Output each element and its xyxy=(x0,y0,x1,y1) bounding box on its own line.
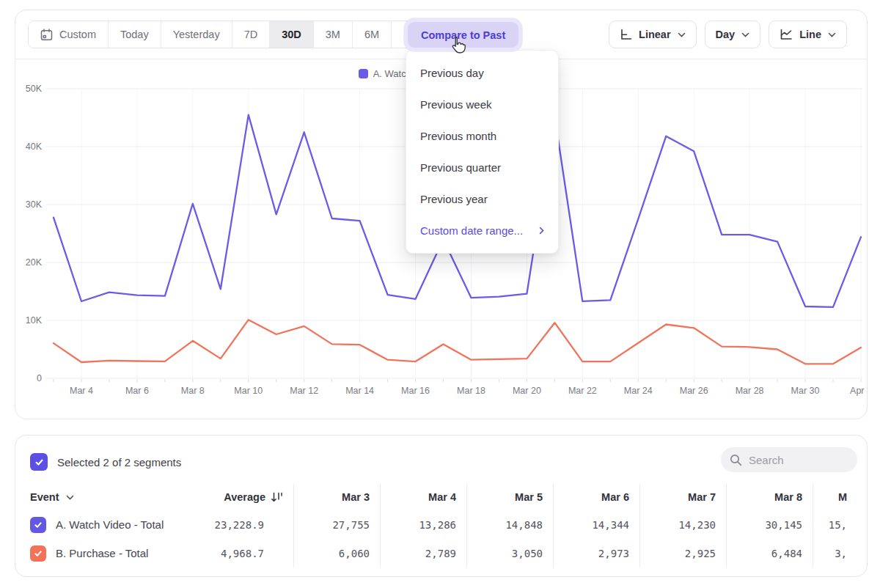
svg-text:0: 0 xyxy=(37,373,42,383)
chevron-down-icon xyxy=(678,32,686,37)
date-column-header: Mar 7 xyxy=(640,484,727,510)
date-range-label: 3M xyxy=(326,29,340,40)
segment-label: A. Watch Video - Total xyxy=(56,518,164,531)
date-range-label: Today xyxy=(120,29,149,40)
svg-text:20K: 20K xyxy=(26,257,43,268)
average-value: 4,968.7 xyxy=(206,539,294,567)
date-column-header: Mar 6 xyxy=(554,484,640,510)
interval-label: Day xyxy=(716,29,736,40)
menu-item-custom-date-range[interactable]: Custom date range... xyxy=(406,215,558,246)
selected-summary: Selected 2 of 2 segments xyxy=(57,456,181,468)
partial-value: 15, xyxy=(813,510,857,539)
event-column-header[interactable]: Event xyxy=(30,484,206,510)
svg-text:Mar 22: Mar 22 xyxy=(568,386,597,396)
date-range-label: 7D xyxy=(244,29,258,40)
date-column-header: Mar 3 xyxy=(294,484,381,510)
average-header-label: Average xyxy=(224,491,265,503)
svg-text:Mar 6: Mar 6 xyxy=(125,386,149,396)
select-all-checkbox[interactable] xyxy=(30,453,48,471)
svg-text:Mar 20: Mar 20 xyxy=(513,386,541,396)
chart-type-selector[interactable]: Line xyxy=(769,21,847,48)
date-value: 14,344 xyxy=(554,510,640,539)
date-range-3m[interactable]: 3M xyxy=(314,21,353,48)
date-range-label: 30D xyxy=(282,29,301,40)
legend-swatch xyxy=(359,69,368,78)
date-column-header: Mar 5 xyxy=(467,484,554,510)
date-value: 2,973 xyxy=(554,539,640,567)
menu-item-previous-year[interactable]: Previous year xyxy=(406,183,558,215)
menu-item-previous-week[interactable]: Previous week xyxy=(406,89,558,120)
checkmark-icon xyxy=(34,521,43,529)
date-range-yesterday[interactable]: Yesterday xyxy=(161,21,232,48)
segment-row-name[interactable]: A. Watch Video - Total xyxy=(30,510,206,539)
svg-text:Mar 10: Mar 10 xyxy=(234,386,263,396)
average-column-header[interactable]: Average xyxy=(206,484,294,510)
date-range-6m[interactable]: 6M xyxy=(353,21,392,48)
average-value: 23,228.9 xyxy=(206,510,294,539)
date-value: 14,230 xyxy=(640,510,727,539)
date-value: 13,286 xyxy=(381,510,467,539)
date-range-30d[interactable]: 30D xyxy=(270,21,314,48)
segment-checkbox[interactable] xyxy=(30,517,46,533)
calendar-icon xyxy=(40,29,53,41)
segment-row-name[interactable]: B. Purchase - Total xyxy=(30,539,206,567)
date-range-label: 6M xyxy=(364,29,379,40)
date-value: 6,060 xyxy=(294,539,381,567)
date-value: 3,050 xyxy=(467,539,554,567)
date-range-label: Custom xyxy=(59,29,96,40)
date-range-custom[interactable]: Custom xyxy=(29,21,109,48)
line-chart-icon xyxy=(780,29,793,40)
event-header-label: Event xyxy=(30,491,59,503)
svg-text:Mar 18: Mar 18 xyxy=(457,386,485,396)
date-value: 27,755 xyxy=(294,510,381,539)
svg-text:Mar 14: Mar 14 xyxy=(345,386,374,396)
chart-type-label: Line xyxy=(799,29,821,40)
svg-text:Apr 1: Apr 1 xyxy=(850,386,867,396)
scale-selector[interactable]: Linear xyxy=(609,21,697,48)
custom-date-range-label: Custom date range... xyxy=(420,224,523,237)
segments-table: EventAverageMar 3Mar 4Mar 5Mar 6Mar 7Mar… xyxy=(30,484,867,567)
checkmark-icon xyxy=(34,549,43,558)
svg-text:Mar 26: Mar 26 xyxy=(680,386,708,396)
segments-card: Selected 2 of 2 segments EventAverageMar… xyxy=(15,435,868,577)
svg-text:Mar 4: Mar 4 xyxy=(70,386,93,396)
search-input[interactable] xyxy=(749,454,837,466)
segments-header: Selected 2 of 2 segments xyxy=(15,436,867,478)
date-range-group: CustomTodayYesterday7D30D3M6M12M xyxy=(28,21,436,48)
scale-label: Linear xyxy=(639,29,671,40)
menu-item-previous-month[interactable]: Previous month xyxy=(406,120,558,152)
date-column-header: Mar 8 xyxy=(727,484,813,510)
date-range-today[interactable]: Today xyxy=(109,21,161,48)
svg-text:10K: 10K xyxy=(26,315,43,326)
search-icon xyxy=(730,454,742,466)
svg-text:Mar 12: Mar 12 xyxy=(290,386,318,396)
svg-text:Mar 8: Mar 8 xyxy=(181,386,205,396)
svg-text:Mar 30: Mar 30 xyxy=(791,386,820,396)
analytics-dashboard: CustomTodayYesterday7D30D3M6M12M Linear … xyxy=(0,0,880,588)
date-range-7d[interactable]: 7D xyxy=(232,21,271,48)
date-value: 14,848 xyxy=(467,510,554,539)
search-box xyxy=(721,447,857,472)
partial-column-header: M xyxy=(813,484,857,510)
date-column-header: Mar 4 xyxy=(381,484,467,510)
date-value: 30,145 xyxy=(727,510,813,539)
submenu-chevron-icon xyxy=(539,227,544,235)
svg-text:Mar 24: Mar 24 xyxy=(624,386,653,396)
svg-text:30K: 30K xyxy=(26,199,43,210)
menu-item-previous-quarter[interactable]: Previous quarter xyxy=(406,152,558,183)
sort-descending-icon xyxy=(271,492,283,503)
segment-checkbox[interactable] xyxy=(30,545,46,562)
compare-to-past-dropdown: Previous dayPrevious weekPrevious monthP… xyxy=(406,50,559,254)
menu-item-previous-day[interactable]: Previous day xyxy=(406,57,558,89)
date-range-label: Yesterday xyxy=(173,29,220,40)
date-value: 2,925 xyxy=(640,539,727,567)
svg-text:Mar 28: Mar 28 xyxy=(736,386,764,396)
compare-to-past-button[interactable]: Compare to Past xyxy=(408,22,518,48)
svg-text:Mar 16: Mar 16 xyxy=(401,386,430,396)
svg-text:50K: 50K xyxy=(26,84,43,94)
svg-text:40K: 40K xyxy=(26,142,43,152)
chevron-down-icon xyxy=(66,495,74,500)
date-value: 6,484 xyxy=(727,539,813,567)
chevron-down-icon xyxy=(741,32,749,37)
interval-selector[interactable]: Day xyxy=(705,21,761,48)
